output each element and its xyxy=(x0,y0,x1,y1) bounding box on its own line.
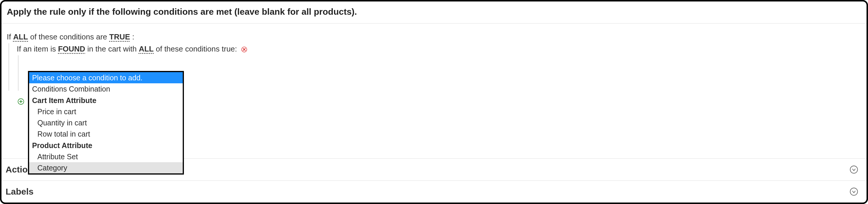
add-condition-row xyxy=(18,98,24,105)
text: If xyxy=(7,32,13,41)
conditions-section-title: Apply the rule only if the following con… xyxy=(1,4,867,24)
remove-condition-icon[interactable] xyxy=(241,46,247,53)
tree-connector xyxy=(8,43,9,91)
dropdown-option[interactable]: Quantity in cart xyxy=(29,117,183,128)
text: : xyxy=(132,32,134,41)
dropdown-optgroup: Product Attribute xyxy=(29,140,183,151)
found-selector[interactable]: FOUND xyxy=(58,45,85,53)
subcondition-line: If an item is FOUND in the cart with ALL… xyxy=(16,45,861,54)
text: If an item is xyxy=(17,45,58,53)
rule-conditions-panel: Apply the rule only if the following con… xyxy=(0,0,868,204)
condition-type-dropdown[interactable]: Please choose a condition to add. Condit… xyxy=(28,71,184,175)
svg-point-7 xyxy=(850,188,858,196)
text: of these conditions are xyxy=(30,32,109,41)
dropdown-option[interactable]: Category xyxy=(29,162,183,173)
add-condition-icon[interactable] xyxy=(18,98,24,105)
aggregator-selector[interactable]: ALL xyxy=(13,32,28,41)
dropdown-optgroup: Cart Item Attribute xyxy=(29,95,183,106)
dropdown-option[interactable]: Conditions Combination xyxy=(29,83,183,94)
svg-point-6 xyxy=(850,166,858,173)
chevron-down-icon xyxy=(849,165,859,175)
dropdown-placeholder[interactable]: Please choose a condition to add. xyxy=(29,72,183,83)
tree-connector xyxy=(18,55,19,91)
text: of these conditions true: xyxy=(156,45,237,53)
dropdown-option[interactable]: Attribute Set xyxy=(29,151,183,162)
accordion-labels[interactable]: Labels xyxy=(1,181,867,203)
value-selector[interactable]: TRUE xyxy=(109,32,130,41)
root-condition-line: If ALL of these conditions are TRUE : xyxy=(7,32,861,41)
text: in the cart with xyxy=(87,45,139,53)
dropdown-option[interactable]: Price in cart xyxy=(29,106,183,117)
accordion-label: Labels xyxy=(6,186,34,197)
aggregator-selector[interactable]: ALL xyxy=(139,45,154,53)
chevron-down-icon xyxy=(849,186,859,197)
dropdown-option[interactable]: Row total in cart xyxy=(29,128,183,140)
